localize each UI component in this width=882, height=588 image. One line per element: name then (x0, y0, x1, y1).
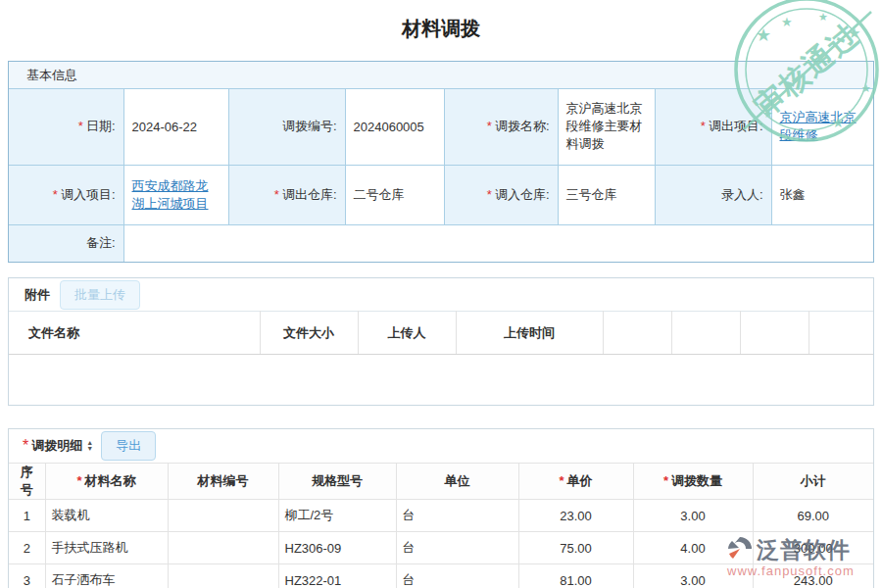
recorder-value: 张鑫 (771, 165, 873, 224)
attachments-table: 文件名称 文件大小 上传人 上传时间 (9, 311, 873, 355)
required-asterisk: * (487, 119, 492, 133)
cell-unit: 台 (396, 532, 518, 564)
in-warehouse-label: *调入仓库: (444, 165, 558, 224)
required-asterisk: * (487, 187, 492, 202)
out-project-label: *调出项目: (655, 89, 771, 165)
table-row: 2 手扶式压路机 HZ306-09 台 75.00 4.00 300.00 (9, 532, 873, 564)
cell-material-name: 手扶式压路机 (45, 532, 168, 564)
basic-info-row-remarks: 备注: (9, 224, 873, 262)
cell-price: 23.00 (518, 500, 633, 532)
cell-price: 75.00 (518, 532, 633, 564)
required-asterisk: * (663, 473, 668, 488)
cell-model: HZ322-01 (278, 564, 396, 588)
cell-seq: 2 (9, 532, 45, 564)
cell-subtotal: 69.00 (753, 500, 873, 532)
date-value: 2024-06-22 (123, 89, 228, 165)
remarks-value (123, 224, 873, 262)
transfer-name-value: 京沪高速北京段维修主要材料调拨 (558, 89, 655, 165)
cell-material-code (168, 532, 278, 564)
date-label: *日期: (9, 89, 123, 165)
col-upload-time: 上传时间 (456, 312, 603, 355)
cell-material-name: 石子洒布车 (45, 564, 168, 588)
cell-material-code (168, 564, 278, 588)
cell-material-code (168, 500, 278, 532)
in-project-value: 西安成都路龙湖上河城项目 (123, 165, 228, 224)
cell-qty: 3.00 (633, 564, 753, 588)
cell-price: 81.00 (518, 564, 633, 588)
col-unit: 单位 (396, 464, 518, 500)
out-project-link[interactable]: 京沪高速北京段维修 (780, 110, 857, 142)
remarks-label: 备注: (9, 224, 123, 262)
details-section-title: 调拨明细 (31, 437, 82, 455)
cell-seq: 3 (9, 564, 45, 588)
sort-spinner-icon[interactable]: ▲▼ (86, 440, 93, 452)
batch-upload-button[interactable]: 批量上传 (60, 280, 140, 310)
attachments-header-row: 文件名称 文件大小 上传人 上传时间 (9, 312, 873, 355)
recorder-label: 录入人: (655, 165, 771, 224)
transfer-no-label: 调拨编号: (228, 89, 345, 165)
cell-model: 柳工/2号 (278, 500, 396, 532)
col-uploader: 上传人 (358, 312, 456, 355)
cell-model: HZ306-09 (278, 532, 396, 564)
col-qty: *调拨数量 (633, 464, 753, 500)
table-row: 1 装载机 柳工/2号 台 23.00 3.00 69.00 (9, 500, 873, 532)
col-file-name: 文件名称 (9, 312, 260, 355)
transfer-no-value: 2024060005 (345, 89, 444, 165)
col-empty (740, 312, 808, 355)
required-asterisk: * (701, 119, 706, 133)
basic-info-section-title: 基本信息 (9, 62, 873, 89)
table-row: 3 石子洒布车 HZ322-01 台 81.00 3.00 243.00 (9, 564, 873, 588)
required-asterisk: * (274, 187, 279, 202)
cell-unit: 台 (396, 500, 518, 532)
attachments-panel: 附件 批量上传 文件名称 文件大小 上传人 上传时间 (8, 277, 874, 406)
required-asterisk: * (559, 473, 564, 488)
in-project-link[interactable]: 西安成都路龙湖上河城项目 (132, 178, 209, 211)
required-asterisk: * (23, 437, 28, 455)
col-seq: 序号 (9, 464, 45, 500)
attachments-section-title: 附件 (24, 286, 50, 304)
cell-qty: 4.00 (633, 532, 753, 564)
in-project-label: *调入项目: (9, 165, 123, 224)
col-material-code: 材料编号 (168, 464, 278, 500)
in-warehouse-value: 三号仓库 (558, 165, 655, 224)
out-project-value: 京沪高速北京段维修 (771, 89, 873, 165)
export-button[interactable]: 导出 (101, 431, 156, 461)
cell-unit: 台 (396, 564, 518, 588)
page-title: 材料调拨 (0, 0, 882, 45)
basic-info-panel: 基本信息 *日期: 2024-06-22 调拨编号: 2024060005 *调… (8, 61, 874, 263)
cell-seq: 1 (9, 500, 45, 532)
col-file-size: 文件大小 (260, 312, 358, 355)
basic-info-table: *日期: 2024-06-22 调拨编号: 2024060005 *调拨名称: … (9, 89, 873, 262)
cell-material-name: 装载机 (45, 500, 168, 532)
col-model: 规格型号 (278, 464, 396, 500)
basic-info-row-2: *调入项目: 西安成都路龙湖上河城项目 *调出仓库: 二号仓库 *调入仓库: 三… (9, 165, 873, 224)
details-header-row: 序号 *材料名称 材料编号 规格型号 单位 *单价 *调拨数量 小计 (9, 464, 873, 500)
col-subtotal: 小计 (753, 464, 873, 500)
basic-info-row-1: *日期: 2024-06-22 调拨编号: 2024060005 *调拨名称: … (9, 89, 873, 165)
required-asterisk: * (53, 187, 58, 202)
transfer-name-label: *调拨名称: (444, 89, 558, 165)
details-table: 序号 *材料名称 材料编号 规格型号 单位 *单价 *调拨数量 小计 1 装载机… (9, 463, 873, 588)
out-warehouse-label: *调出仓库: (228, 165, 345, 224)
required-asterisk: * (78, 119, 83, 133)
col-empty (603, 312, 671, 355)
col-empty (808, 312, 873, 355)
transfer-details-panel: * 调拨明细 ▲▼ 导出 序号 *材料名称 材料编号 规格型号 单位 *单价 *… (8, 428, 874, 588)
col-price: *单价 (518, 464, 633, 500)
col-material-name: *材料名称 (45, 464, 168, 500)
cell-qty: 3.00 (633, 500, 753, 532)
attachments-empty-body (9, 355, 873, 406)
cell-subtotal: 300.00 (753, 532, 873, 564)
out-warehouse-value: 二号仓库 (345, 165, 444, 224)
cell-subtotal: 243.00 (753, 564, 873, 588)
required-asterisk: * (76, 473, 81, 488)
col-empty (671, 312, 740, 355)
